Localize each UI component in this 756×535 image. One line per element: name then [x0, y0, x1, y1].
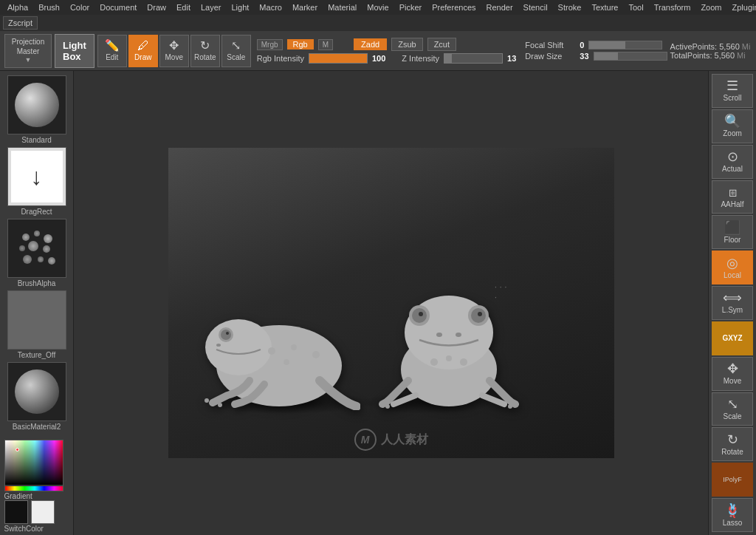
svg-point-17 — [226, 332, 229, 335]
menu-draw[interactable]: Draw — [142, 1, 171, 13]
color-picker-widget: Gradient SwitchColor — [4, 440, 69, 533]
scale-button[interactable]: ⤡ Scale — [221, 35, 251, 67]
rgb-intensity-value: 100 — [372, 54, 385, 63]
menu-edit[interactable]: Edit — [172, 1, 195, 13]
menu-brush[interactable]: Brush — [34, 1, 64, 13]
rgb-intensity-slider[interactable] — [309, 53, 368, 64]
aahalf-button[interactable]: ⧆ AAHalf — [712, 180, 753, 214]
scale-right-button[interactable]: ⤡ Scale — [712, 392, 753, 426]
svg-point-18 — [216, 344, 221, 347]
svg-point-42 — [508, 404, 512, 409]
active-points-value: 5,560 — [719, 42, 740, 51]
menu-render[interactable]: Render — [482, 1, 518, 13]
material-preview[interactable] — [7, 362, 66, 421]
menu-light[interactable]: Light — [227, 1, 254, 13]
svg-point-35 — [456, 333, 461, 337]
menu-stencil[interactable]: Stencil — [519, 1, 552, 13]
focal-shift-slider[interactable] — [588, 41, 662, 50]
menu-marker[interactable]: Marker — [288, 1, 322, 13]
viewport[interactable]: · · ·· M 人人素材 — [168, 148, 614, 458]
svg-point-16 — [221, 330, 231, 340]
color-swatch-white[interactable] — [31, 500, 55, 524]
z-intensity-value: 13 — [507, 54, 516, 63]
canvas-area[interactable]: · · ·· M 人人素材 — [74, 71, 708, 535]
brushalpha-preview[interactable] — [7, 219, 66, 278]
menu-material[interactable]: Material — [323, 1, 361, 13]
menu-zplugin[interactable]: Zplugin — [728, 1, 756, 13]
actual-button[interactable]: ⊙ Actual — [712, 145, 753, 179]
svg-point-41 — [512, 401, 518, 407]
rotate-right-button[interactable]: ↻ Rotate — [712, 427, 753, 461]
draw-button[interactable]: 🖊 Draw — [128, 35, 158, 67]
mrgb-button[interactable]: Mrgb — [257, 39, 283, 50]
watermark-text: 人人素材 — [381, 432, 428, 448]
svg-point-33 — [478, 312, 482, 316]
menu-color[interactable]: Color — [66, 1, 94, 13]
texture-widget: Texture_Off — [4, 290, 69, 359]
svg-point-23 — [210, 400, 216, 406]
lsym-button[interactable]: ⟺ L.Sym — [712, 286, 753, 320]
menu-transform[interactable]: Transform — [650, 1, 695, 13]
menu-document[interactable]: Document — [95, 1, 141, 13]
rotate-button[interactable]: ↻ Rotate — [190, 35, 220, 67]
zadd-button[interactable]: Zadd — [354, 38, 387, 50]
floor-icon: ⬛ — [724, 221, 740, 234]
scroll-button[interactable]: ☰ Scroll — [712, 74, 753, 108]
menu-macro[interactable]: Macro — [255, 1, 286, 13]
menu-texture[interactable]: Texture — [587, 1, 622, 13]
menu-zoom[interactable]: Zoom — [696, 1, 726, 13]
transform-tools: ✏️ Edit 🖊 Draw ✥ Move ↻ Rotate ⤡ Scale — [97, 35, 251, 67]
svg-point-38 — [446, 355, 452, 361]
standard-brush-preview[interactable] — [7, 75, 66, 134]
ipolypf-button[interactable]: IPolyF — [712, 463, 753, 497]
rotate-right-icon: ↻ — [727, 433, 738, 446]
rgb-button[interactable]: Rgb — [287, 39, 314, 50]
menu-bar: Alpha Brush Color Document Draw Edit Lay… — [0, 0, 756, 15]
move-button[interactable]: ✥ Move — [159, 35, 189, 67]
color-swatch-black[interactable] — [4, 500, 28, 524]
floor-button[interactable]: ⬛ Floor — [712, 215, 753, 249]
active-points-label: ActivePoints: — [670, 42, 718, 51]
dragrect-preview[interactable]: ↓ — [7, 147, 66, 206]
standard-label: Standard — [21, 136, 52, 144]
dragrect-arrow-icon: ↓ — [31, 163, 43, 191]
texture-preview[interactable] — [7, 290, 66, 350]
z-intensity-slider[interactable] — [444, 53, 503, 64]
menu-preferences[interactable]: Preferences — [427, 1, 480, 13]
zscript-button[interactable]: Zscript — [3, 16, 38, 30]
svg-point-30 — [419, 312, 423, 316]
dragrect-label: DragRect — [21, 208, 52, 216]
svg-point-14 — [205, 319, 272, 375]
projection-master-button[interactable]: ProjectionMaster ▼ — [4, 34, 52, 68]
svg-point-8 — [48, 257, 55, 265]
xyz-label: GXYZ — [722, 334, 742, 342]
lasso-button[interactable]: 🪢 Lasso — [712, 498, 753, 532]
menu-stroke[interactable]: Stroke — [554, 1, 586, 13]
menu-tool[interactable]: Tool — [624, 1, 647, 13]
svg-point-40 — [385, 404, 390, 409]
second-toolbar: Zscript — [0, 15, 756, 31]
local-button[interactable]: ◎ Local — [712, 251, 753, 284]
color-picker-square[interactable] — [4, 440, 63, 491]
svg-point-39 — [379, 401, 385, 407]
svg-point-22 — [284, 359, 289, 365]
move-right-button[interactable]: ✥ Move — [712, 357, 753, 391]
zsub-button[interactable]: Zsub — [391, 38, 422, 51]
draw-size-slider[interactable] — [594, 52, 667, 61]
light-box-button[interactable]: Light Box — [55, 34, 94, 68]
xyz-button[interactable]: GXYZ — [712, 321, 753, 355]
zcut-button[interactable]: Zcut — [427, 38, 456, 51]
m-button[interactable]: M — [318, 39, 333, 50]
actual-icon: ⊙ — [727, 150, 738, 163]
standard-brush-widget: Standard — [4, 75, 69, 144]
menu-movie[interactable]: Movie — [362, 1, 393, 13]
edit-button[interactable]: ✏️ Edit — [97, 35, 127, 67]
total-points-label: TotalPoints: — [670, 51, 712, 60]
zoom-button[interactable]: 🔍 Zoom — [712, 109, 753, 143]
z-intensity-label: Z Intensity — [402, 54, 439, 63]
svg-rect-12 — [5, 486, 63, 491]
svg-point-7 — [38, 256, 44, 262]
menu-alpha[interactable]: Alpha — [3, 1, 32, 13]
menu-picker[interactable]: Picker — [395, 1, 427, 13]
menu-layer[interactable]: Layer — [196, 1, 226, 13]
